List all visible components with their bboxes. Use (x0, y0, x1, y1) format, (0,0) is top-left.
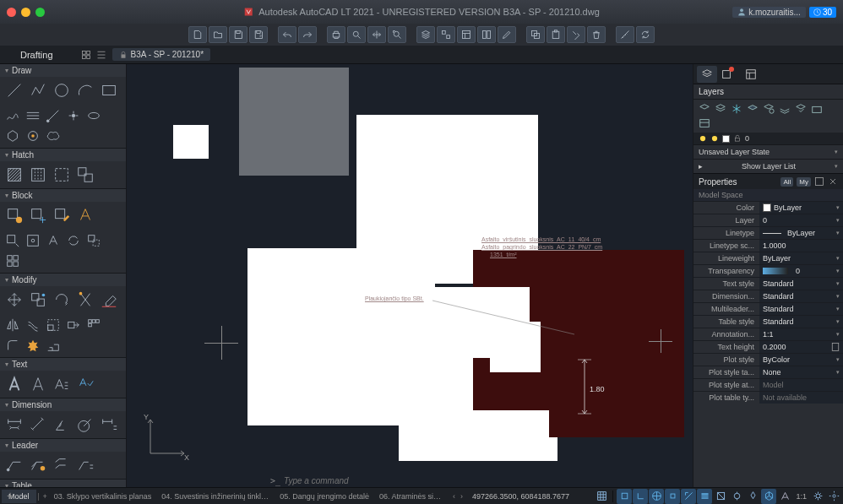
spell-tool[interactable] (73, 372, 97, 396)
wblock-tool[interactable] (3, 230, 23, 251)
layer-iso-button[interactable] (777, 102, 792, 116)
attribute-tool[interactable] (73, 203, 97, 227)
donut-tool[interactable] (23, 126, 43, 146)
create-block-tool[interactable] (26, 203, 50, 227)
customize-button[interactable] (826, 489, 841, 504)
command-input[interactable] (284, 476, 453, 485)
group-tool[interactable] (3, 251, 23, 271)
properties-button[interactable] (457, 26, 476, 43)
user-menu[interactable]: k.mozuraitis... (732, 7, 806, 18)
plot-style-property[interactable]: ByColor (759, 354, 843, 366)
leader-style-tool[interactable] (73, 453, 97, 477)
purge-button[interactable] (587, 26, 606, 43)
array-tool[interactable] (84, 315, 104, 335)
dynamic-input-toggle[interactable] (745, 489, 760, 504)
view-grid-button[interactable] (79, 47, 94, 62)
layer-freeze-button[interactable] (729, 102, 744, 116)
modify-header[interactable]: Modify (0, 274, 126, 286)
spline-tool[interactable] (3, 106, 23, 126)
leader-align-tool[interactable] (50, 453, 73, 477)
boundary-tool[interactable] (50, 163, 73, 187)
grid-toggle[interactable] (594, 489, 609, 504)
redo-button[interactable] (298, 26, 317, 43)
plot-button[interactable] (327, 26, 345, 43)
current-layer-row[interactable]: 0 (693, 133, 843, 144)
dim-radius-tool[interactable] (73, 413, 97, 436)
line-tool[interactable] (3, 79, 26, 102)
dim-aligned-tool[interactable] (26, 413, 50, 436)
polygon-tool[interactable] (3, 126, 23, 146)
view-list-button[interactable] (94, 47, 109, 62)
anno-scale-property[interactable]: 1:1 (759, 328, 843, 340)
block-editor-button[interactable] (437, 26, 455, 43)
blocks-tab-icon[interactable] (719, 66, 739, 83)
table-style-property[interactable]: Standard (759, 316, 843, 328)
attdef-tool[interactable] (43, 230, 63, 251)
mirror-tool[interactable] (3, 315, 23, 335)
ray-tool[interactable] (43, 106, 63, 126)
properties-tab-icon[interactable] (741, 66, 761, 83)
minimize-window-button[interactable] (21, 8, 30, 17)
linetype-scale-property[interactable]: 1.0000 (759, 240, 843, 252)
layout-nav-left[interactable]: ‹ (450, 492, 458, 501)
selection-cycling-toggle[interactable] (729, 489, 744, 504)
pick-add-icon[interactable] (828, 176, 838, 187)
dim-style-property[interactable]: Standard (759, 290, 843, 302)
undo-button[interactable] (278, 26, 296, 43)
dimension-header[interactable]: Dimension (0, 398, 126, 411)
move-tool[interactable] (3, 288, 26, 312)
mleader-tool[interactable] (3, 453, 26, 477)
zoom-window-button[interactable] (35, 8, 45, 17)
layer-lock-button[interactable] (761, 102, 776, 116)
command-line[interactable]: >_ ✕ (270, 476, 693, 485)
saveas-button[interactable] (249, 26, 268, 43)
layer-delete-button[interactable] (713, 102, 728, 116)
erase-tool[interactable] (97, 288, 121, 312)
scale-tool[interactable] (43, 315, 63, 335)
new-button[interactable] (188, 26, 207, 43)
document-tab[interactable]: B3A - SP - 201210* (112, 48, 211, 61)
copy-button[interactable] (526, 26, 545, 43)
layer-state-dropdown[interactable]: Unsaved Layer State (693, 144, 843, 159)
snap-toggle[interactable] (617, 489, 632, 504)
trim-tool[interactable] (73, 288, 97, 312)
paste-button[interactable] (547, 26, 565, 43)
layout-tab-05[interactable]: 05. Dangų įrengimo detalė (275, 490, 374, 503)
dim-linear-tool[interactable] (3, 413, 26, 436)
text-height-property[interactable]: 0.2000 (759, 341, 843, 353)
layer-off-button[interactable] (745, 102, 760, 116)
base-tool[interactable] (23, 230, 43, 251)
transparency-property[interactable]: 0 (759, 265, 843, 277)
circle-tool[interactable] (50, 79, 73, 102)
hatch-header[interactable]: Hatch (0, 149, 126, 161)
dim-style-tool[interactable] (97, 413, 121, 436)
rectangle-tool[interactable] (97, 79, 121, 102)
block-header[interactable]: Block (0, 189, 126, 202)
layer-property[interactable]: 0 (759, 214, 843, 226)
polar-toggle[interactable] (649, 489, 664, 504)
text-tool[interactable] (26, 372, 50, 396)
coins-badge[interactable]: 30 (809, 7, 836, 18)
plot-style-table-property[interactable]: None (759, 366, 843, 378)
mleader-style-property[interactable]: Standard (759, 303, 843, 315)
hatch-tool[interactable] (3, 163, 26, 187)
layer-prop-button[interactable] (809, 102, 824, 116)
otrack-toggle[interactable] (681, 489, 696, 504)
layout-tab-04[interactable]: 04. Suvestinis inžinerinių tinklų planas (156, 490, 275, 503)
text-style-property[interactable]: Standard (759, 278, 843, 290)
layer-merge-button[interactable] (793, 102, 808, 116)
pan-button[interactable] (367, 26, 386, 43)
open-button[interactable] (209, 26, 227, 43)
anno-scale-button[interactable] (777, 489, 792, 504)
anno-scale-value[interactable]: 1:1 (793, 492, 809, 501)
dim-angular-tool[interactable] (50, 413, 73, 436)
explode-tool[interactable] (23, 335, 43, 355)
leader-header[interactable]: Leader (0, 439, 126, 452)
zoom-extents-button[interactable] (388, 26, 406, 43)
color-property[interactable]: ByLayer (759, 202, 843, 214)
osnap-toggle[interactable] (665, 489, 680, 504)
quick-select-icon[interactable] (814, 176, 824, 187)
edit-block-tool[interactable] (50, 203, 73, 227)
transparency-toggle[interactable] (713, 489, 728, 504)
rotate-tool[interactable] (50, 288, 73, 312)
